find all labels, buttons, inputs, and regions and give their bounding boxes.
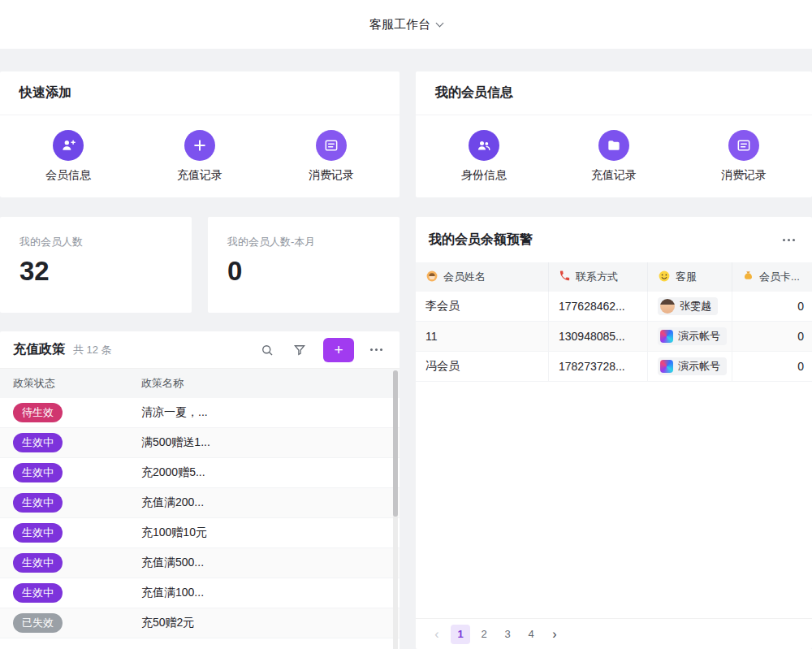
pagination: ‹ 1 2 3 4 › [416,618,812,649]
table-row[interactable]: 已失效 充50赠2元 [0,608,400,638]
agent-tag: 张雯越 [658,297,718,315]
my-member-info-card: 我的会员信息 身份信息 充值记录 [416,71,812,197]
page-button-4[interactable]: 4 [521,625,541,644]
table-row[interactable]: 待生效 清凉一夏，... [0,398,400,428]
people-icon [469,130,499,161]
page-title: 客服工作台 [369,17,430,32]
workspace-switcher[interactable]: 客服工作台 [369,17,443,32]
quick-add-recharge-record-button[interactable]: 充值记录 [177,130,222,183]
table-row[interactable]: 冯会员 178273728... 演示帐号 0 [416,352,812,382]
next-page-button[interactable]: › [545,625,564,644]
policy-name: 清凉一夏，... [135,405,400,420]
status-badge: 生效中 [13,523,63,543]
member-phone: 178273728... [549,352,648,381]
add-policy-button[interactable]: + [323,338,354,362]
right-column: 我的会员信息 身份信息 充值记录 [416,71,812,649]
recharge-policy-header: 充值政策 共 12 条 + [0,331,400,369]
money-bag-icon [742,270,754,284]
page-button-1[interactable]: 1 [451,625,470,644]
status-badge: 生效中 [13,463,63,482]
prev-page-button[interactable]: ‹ [427,625,447,644]
demo-account-logo-icon [660,330,673,343]
stat-member-count-month: 我的会员人数-本月 0 [208,217,400,313]
left-column: 快速添加 会员信息 充值记录 [0,71,400,649]
member-phone: 177628462... [549,292,648,321]
more-icon[interactable] [778,229,799,250]
stat-label: 我的会员人数-本月 [227,235,380,249]
more-icon[interactable] [365,340,387,361]
policy-table-header: 政策状态 政策名称 [0,369,400,398]
chevron-down-icon [436,19,444,28]
stat-value: 0 [227,256,380,287]
quick-add-title: 快速添加 [19,84,71,102]
status-badge: 生效中 [13,433,63,452]
policy-name: 充值满500... [135,556,400,570]
folder-icon [598,130,629,161]
status-badge: 生效中 [13,553,63,573]
status-badge: 已失效 [13,613,63,633]
table-row[interactable]: 生效中 充100赠10元 [0,518,400,548]
balance-warning-header: 我的会员余额预警 [416,217,812,262]
column-header-status: 政策状态 [0,376,135,391]
my-member-info-header: 我的会员信息 [416,71,812,115]
policy-name: 充值满200... [135,495,400,510]
policy-name: 充值满100... [135,586,400,600]
recharge-policy-card: 充值政策 共 12 条 + 政策状态 政策名称 待生效 [0,331,400,649]
filter-icon[interactable] [289,340,310,361]
table-row[interactable]: 生效中 充2000赠5... [0,458,400,488]
quick-add-actions: 会员信息 充值记录 消费记录 [0,115,400,197]
action-label: 身份信息 [461,168,507,183]
status-badge: 待生效 [13,403,63,422]
recharge-policy-title: 充值政策 [13,341,65,358]
quick-add-consume-record-button[interactable]: 消费记录 [309,130,354,183]
action-label: 消费记录 [721,168,767,183]
agent-tag: 演示帐号 [658,357,727,375]
my-member-info-actions: 身份信息 充值记录 消费记录 [416,115,812,197]
search-icon[interactable] [257,340,278,361]
member-add-icon [53,130,84,161]
balance-warning-card: 我的会员余额预警 会员姓名 联系方式 客服 [416,217,812,649]
stat-label: 我的会员人数 [19,235,172,249]
column-header-member-name: 会员姓名 [416,262,549,292]
action-label: 会员信息 [45,168,91,183]
member-recharge-record-button[interactable]: 充值记录 [591,130,637,183]
table-row[interactable]: 生效中 满500赠送1... [0,428,400,458]
plus-icon [184,130,215,161]
avatar [660,299,675,314]
member-balance: 0 [732,352,812,381]
member-balance: 0 [732,292,812,321]
member-name: 11 [416,322,549,351]
quick-add-member-info-button[interactable]: 会员信息 [45,130,91,183]
identity-info-button[interactable]: 身份信息 [461,130,507,183]
agent-tag: 演示帐号 [658,327,727,345]
policy-name: 充100赠10元 [135,526,400,540]
balance-warning-title: 我的会员余额预警 [429,231,533,249]
scrollbar-thumb[interactable] [393,370,398,517]
table-row[interactable]: 李会员 177628462... 张雯越 0 [416,292,812,322]
page-button-3[interactable]: 3 [498,625,517,644]
member-face-icon [425,270,438,285]
member-consume-record-button[interactable]: 消费记录 [721,130,767,183]
table-row[interactable]: 生效中 充值满200... [0,488,400,518]
receipt-icon [316,130,347,161]
column-header-balance: 会员卡... [732,262,812,292]
customer-service-workbench: 客服工作台 快速添加 会员信息 充值记录 [0,0,812,649]
column-header-contact: 联系方式 [549,262,648,292]
page-button-2[interactable]: 2 [474,625,494,644]
table-row[interactable]: 11 130948085... 演示帐号 0 [416,322,812,352]
phone-icon [559,270,571,284]
table-row[interactable]: 生效中 充值满500... [0,548,400,578]
action-label: 充值记录 [591,168,637,183]
warning-table-header: 会员姓名 联系方式 客服 会员卡... [416,262,812,292]
my-member-info-title: 我的会员信息 [435,84,513,102]
column-header-name: 政策名称 [135,376,400,391]
policy-name: 满500赠送1... [135,435,400,450]
member-balance: 0 [732,322,812,351]
demo-account-logo-icon [660,360,673,373]
quick-add-card: 快速添加 会员信息 充值记录 [0,71,400,197]
table-row[interactable]: 生效中 充值满100... [0,578,400,608]
status-badge: 生效中 [13,583,63,603]
recharge-policy-count: 共 12 条 [73,343,112,357]
member-phone: 130948085... [549,322,648,351]
member-name: 李会员 [416,292,549,321]
